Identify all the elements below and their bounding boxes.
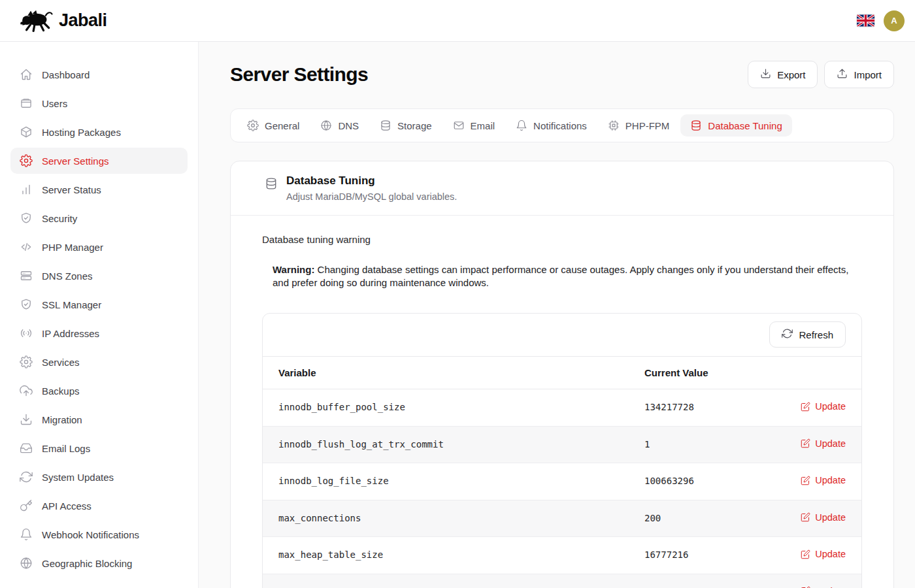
refresh-button[interactable]: Refresh — [769, 321, 846, 348]
tab-storage[interactable]: Storage — [370, 114, 442, 137]
export-button[interactable]: Export — [748, 61, 818, 88]
brand[interactable]: Jabali — [20, 9, 107, 33]
database-icon — [380, 120, 391, 131]
globe-icon — [20, 557, 33, 570]
panel-body: Database tuning warning Warning: Changin… — [231, 216, 893, 588]
settings-tab-bar: General DNS Storage Email Notifications … — [230, 108, 894, 142]
table-row: max_heap_table_size 16777216 Update — [263, 537, 861, 574]
sidebar-item-users[interactable]: Users — [10, 90, 188, 116]
sidebar-item-backups[interactable]: Backups — [10, 378, 188, 404]
tab-email[interactable]: Email — [443, 114, 505, 137]
sidebar-nav: Dashboard Users Hosting Packages Server … — [0, 42, 199, 588]
cloud-up-icon — [20, 384, 33, 397]
user-avatar[interactable]: A — [884, 10, 905, 31]
column-header-variable: Variable — [263, 357, 629, 389]
column-header-actions — [773, 357, 861, 389]
warning-section-label: Database tuning warning — [262, 234, 862, 245]
gear-icon — [247, 120, 259, 131]
download-icon — [20, 413, 33, 426]
warning-bold-label: Warning: — [273, 264, 314, 275]
table-row: innodb_flush_log_at_trx_commit 1 Update — [263, 426, 861, 463]
boar-logo-icon — [20, 9, 54, 33]
edit-icon — [801, 512, 810, 522]
shield-icon — [20, 212, 33, 225]
refresh-icon — [20, 470, 33, 483]
sidebar-item-webhook-notifications[interactable]: Webhook Notifications — [10, 521, 188, 547]
sidebar-item-security[interactable]: Security — [10, 205, 188, 231]
sidebar-item-dns-zones[interactable]: DNS Zones — [10, 263, 188, 289]
sidebar-item-dashboard[interactable]: Dashboard — [10, 61, 188, 88]
gear-icon — [20, 154, 33, 167]
variables-table-card: Refresh Variable Current Value in — [262, 313, 862, 588]
update-link[interactable]: Update — [801, 475, 846, 485]
shield-icon — [20, 298, 33, 311]
wallet-icon — [20, 97, 33, 110]
sidebar-item-ip-addresses[interactable]: IP Addresses — [10, 320, 188, 346]
edit-icon — [801, 549, 810, 559]
table-row: max_connections 200 Update — [263, 500, 861, 537]
tab-notifications[interactable]: Notifications — [506, 114, 597, 137]
update-link[interactable]: Update — [801, 401, 846, 412]
database-icon — [690, 120, 702, 131]
database-icon — [265, 177, 278, 190]
signal-icon — [20, 327, 33, 340]
tab-database-tuning[interactable]: Database Tuning — [680, 114, 791, 137]
sidebar-item-migration[interactable]: Migration — [10, 406, 188, 433]
update-link[interactable]: Update — [801, 549, 846, 559]
servers-icon — [20, 269, 33, 282]
main-content: Server Settings Export Import General DN… — [199, 42, 915, 588]
globe-icon — [320, 120, 332, 131]
top-bar: Jabali A — [0, 0, 915, 42]
table-toolbar: Refresh — [263, 314, 861, 356]
page-actions: Export Import — [748, 61, 894, 88]
code-icon — [20, 240, 33, 253]
home-icon — [20, 68, 33, 81]
tab-php-fpm[interactable]: PHP-FPM — [598, 114, 680, 137]
database-tuning-panel: Database Tuning Adjust MariaDB/MySQL glo… — [230, 161, 894, 588]
edit-icon — [801, 402, 810, 412]
chart-icon — [20, 183, 33, 196]
sidebar-item-php-manager[interactable]: PHP Manager — [10, 234, 188, 260]
sidebar-item-geographic-blocking[interactable]: Geographic Blocking — [10, 550, 188, 576]
sidebar-item-hosting-packages[interactable]: Hosting Packages — [10, 119, 188, 145]
import-button[interactable]: Import — [824, 61, 894, 88]
edit-icon — [801, 476, 810, 485]
envelope-icon — [453, 120, 465, 131]
sidebar-item-system-updates[interactable]: System Updates — [10, 464, 188, 490]
variables-table: Variable Current Value innodb_buffer_poo… — [263, 356, 861, 588]
panel-header: Database Tuning Adjust MariaDB/MySQL glo… — [231, 161, 893, 216]
sidebar-item-api-access[interactable]: API Access — [10, 493, 188, 519]
gear-icon — [20, 355, 33, 368]
column-header-current-value: Current Value — [629, 357, 773, 389]
table-row: tmp_table_size 16777216 Update — [263, 574, 861, 588]
update-link[interactable]: Update — [801, 512, 846, 523]
inbox-icon — [20, 442, 33, 455]
upload-icon — [837, 68, 848, 81]
cube-icon — [20, 125, 33, 139]
top-right-controls: A — [857, 10, 905, 31]
update-link[interactable]: Update — [801, 586, 846, 588]
sidebar-item-server-settings[interactable]: Server Settings — [10, 148, 188, 174]
page-title: Server Settings — [230, 60, 368, 89]
sidebar-item-email-logs[interactable]: Email Logs — [10, 435, 188, 461]
sidebar-item-services[interactable]: Services — [10, 349, 188, 375]
bell-icon — [516, 120, 527, 131]
warning-text: Warning: Changing database settings can … — [273, 263, 861, 289]
sidebar-item-ssl-manager[interactable]: SSL Manager — [10, 291, 188, 318]
brand-name: Jabali — [59, 10, 107, 31]
table-row: innodb_log_file_size 100663296 Update — [263, 463, 861, 500]
sidebar-item-server-status[interactable]: Server Status — [10, 176, 188, 203]
edit-icon — [801, 438, 810, 448]
key-icon — [20, 499, 33, 512]
download-icon — [760, 68, 771, 81]
page-header: Server Settings Export Import — [230, 60, 894, 89]
cpu-icon — [608, 120, 620, 131]
panel-subtitle: Adjust MariaDB/MySQL global variables. — [286, 189, 457, 204]
table-row: innodb_buffer_pool_size 134217728 Update — [263, 389, 861, 427]
tab-general[interactable]: General — [237, 114, 309, 137]
tab-dns[interactable]: DNS — [310, 114, 369, 137]
bell-icon — [20, 528, 33, 541]
language-flag-button[interactable] — [857, 14, 874, 27]
uk-flag-icon — [857, 14, 874, 27]
update-link[interactable]: Update — [801, 438, 846, 449]
